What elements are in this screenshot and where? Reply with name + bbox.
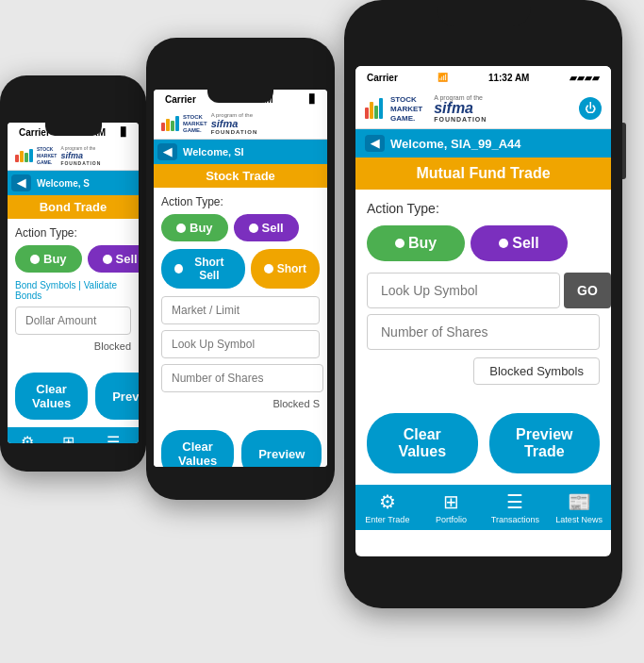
portfolio-icon-3: ⊞ xyxy=(443,490,459,513)
form-1: Action Type: Buy Sell Bond Symbols | Val… xyxy=(8,219,139,365)
nav-enter-trade-3[interactable]: ⚙ Enter Trade xyxy=(355,485,420,530)
latest-news-icon-3: 📰 xyxy=(568,490,591,513)
bar4-3 xyxy=(379,98,383,119)
welcome-bar-3: ◀ Welcome, SIA_99_A44 xyxy=(355,129,611,157)
lookup-symbol-input-2[interactable] xyxy=(161,330,320,358)
sell-radio-1 xyxy=(103,255,112,264)
preview-btn-3[interactable]: Preview Trade xyxy=(489,413,601,473)
shares-input-2[interactable] xyxy=(161,364,323,392)
bar3 xyxy=(25,153,28,162)
battery-3: ▰▰▰▰ xyxy=(570,73,600,83)
shares-input-3[interactable] xyxy=(367,314,600,350)
bottom-actions-3: Clear Values Preview Trade xyxy=(355,402,611,485)
nav-transactions-1[interactable]: ☰ Transactions xyxy=(89,427,140,443)
bond-symbols-link[interactable]: Bond Symbols xyxy=(15,280,75,290)
bottom-nav-1: ⚙ Enter Trade ⊞ Portfolio ☰ Transactions xyxy=(8,427,139,443)
phone2-screen: Carrier 11:32 AM ▊ STOCK MARKET GAME. xyxy=(154,90,327,467)
action-label-3: Action Type: xyxy=(367,201,600,216)
wifi-icon-3: 📶 xyxy=(438,73,448,82)
welcome-bar-2: ◀ Welcome, SI xyxy=(154,140,327,164)
sell-button-3[interactable]: Sell xyxy=(471,225,567,261)
blocked-symbols-3: Blocked Symbols xyxy=(367,357,600,385)
back-btn-3[interactable]: ◀ xyxy=(365,135,385,152)
app-header-2: STOCK MARKET GAME. A program of the sifm… xyxy=(154,108,327,140)
bar2 xyxy=(20,151,24,162)
smg-text-1: STOCK MARKET GAME. xyxy=(37,146,57,165)
preview-btn-2[interactable]: Preview xyxy=(241,430,322,467)
app-header-3: STOCK MARKET GAME. A program of the sifm… xyxy=(355,89,611,129)
action-buttons-2b: Short Sell Short xyxy=(161,249,320,289)
short-radio-2 xyxy=(264,264,273,273)
nav-enter-trade-1[interactable]: ⚙ Enter Trade xyxy=(8,427,48,443)
phone3-notch xyxy=(437,0,531,26)
sifma-1: A program of the sifma FOUNDATION xyxy=(60,145,101,166)
bar3-3 xyxy=(374,106,378,119)
bar2-2 xyxy=(166,119,170,131)
clear-btn-3[interactable]: Clear Values xyxy=(367,413,478,473)
sifma-2: A program of the sifma FOUNDATION xyxy=(211,112,258,135)
transactions-icon-1: ☰ xyxy=(107,433,120,443)
short-sell-radio-2 xyxy=(174,264,183,273)
portfolio-icon-1: ⊞ xyxy=(62,433,74,443)
carrier-2: Carrier xyxy=(165,94,196,105)
form-2: Action Type: Buy Sell Short Sell xyxy=(154,188,327,423)
nav-latest-news-3[interactable]: 📰 Latest News xyxy=(547,485,611,530)
back-btn-2[interactable]: ◀ xyxy=(157,143,177,160)
buy-button-1[interactable]: Buy xyxy=(15,245,82,273)
clear-btn-1[interactable]: Clear Values xyxy=(15,373,88,420)
short-sell-button-2[interactable]: Short Sell xyxy=(161,249,245,289)
bottom-nav-3: ⚙ Enter Trade ⊞ Portfolio ☰ Transactions… xyxy=(355,485,611,530)
power-button-3[interactable]: ⏻ xyxy=(579,97,602,120)
short-button-2[interactable]: Short xyxy=(251,249,320,289)
nav-transactions-3[interactable]: ☰ Transactions xyxy=(484,485,548,530)
market-limit-input[interactable] xyxy=(161,296,320,324)
bond-links-1: Bond Symbols | Validate Bonds xyxy=(15,280,131,301)
form-3: Action Type: Buy Sell GO Blocked Symbols xyxy=(355,190,611,402)
app-header-1: STOCK MARKET GAME. A program of the sifm… xyxy=(8,141,139,171)
bar1-3 xyxy=(365,108,369,119)
sell-radio-3 xyxy=(499,239,508,248)
status-bar-3: Carrier 📶 11:32 AM ▰▰▰▰ xyxy=(355,66,611,89)
sell-button-2[interactable]: Sell xyxy=(234,214,299,241)
sell-button-1[interactable]: Sell xyxy=(88,245,139,273)
sell-radio-2 xyxy=(249,224,258,233)
phone2-stock-trade: Carrier 11:32 AM ▊ STOCK MARKET GAME. xyxy=(146,38,335,500)
clear-btn-2[interactable]: Clear Values xyxy=(161,430,234,467)
nav-portfolio-3[interactable]: ⊞ Portfolio xyxy=(420,485,484,530)
bottom-actions-2: Clear Values Preview xyxy=(154,423,327,467)
trade-header-3: Mutual Fund Trade xyxy=(355,157,611,190)
smg-logo-2: STOCK MARKET GAME. A program of the sifm… xyxy=(161,112,320,135)
time-3: 11:32 AM xyxy=(488,73,530,83)
nav-portfolio-1[interactable]: ⊞ Portfolio xyxy=(48,427,89,443)
go-button-3[interactable]: GO xyxy=(564,273,611,308)
smg-logo-3: STOCK MARKET GAME. A program of the sifm… xyxy=(365,94,573,123)
action-label-2: Action Type: xyxy=(161,195,320,208)
phone2-notch xyxy=(207,90,273,103)
buy-button-2[interactable]: Buy xyxy=(161,214,228,241)
trade-title-3: Mutual Fund Trade xyxy=(416,165,550,181)
lookup-symbol-input-3[interactable] xyxy=(367,273,560,308)
logo-bars-3 xyxy=(365,98,383,119)
preview-btn-1[interactable]: Preview xyxy=(95,373,139,420)
bar3-2 xyxy=(171,121,174,131)
carrier-3: Carrier xyxy=(367,73,398,83)
blocked-btn-3[interactable]: Blocked Symbols xyxy=(473,357,600,385)
blocked-text-2: Blocked S xyxy=(161,398,320,409)
buy-button-3[interactable]: Buy xyxy=(367,225,465,261)
battery-2: ▊ xyxy=(309,94,316,104)
action-buttons-1: Buy Sell xyxy=(15,245,131,273)
dollar-amount-input[interactable] xyxy=(15,307,131,335)
sifma-3: A program of the sifma FOUNDATION xyxy=(434,94,487,123)
welcome-text-2: Welcome, SI xyxy=(183,146,244,157)
buy-radio-3 xyxy=(395,239,405,248)
smg-logo-1: STOCK MARKET GAME. A program of the sifm… xyxy=(15,145,131,166)
trade-header-1: Bond Trade xyxy=(8,195,139,219)
welcome-bar-1: ◀ Welcome, S xyxy=(8,171,139,195)
buy-radio-1 xyxy=(30,255,40,264)
smg-text-3: STOCK MARKET GAME. xyxy=(390,95,422,123)
bar1 xyxy=(15,155,19,162)
battery-1: ▊ xyxy=(121,127,127,137)
bar1-2 xyxy=(161,123,165,131)
back-btn-1[interactable]: ◀ xyxy=(11,174,31,191)
blocked-text-1: Blocked xyxy=(15,340,131,352)
